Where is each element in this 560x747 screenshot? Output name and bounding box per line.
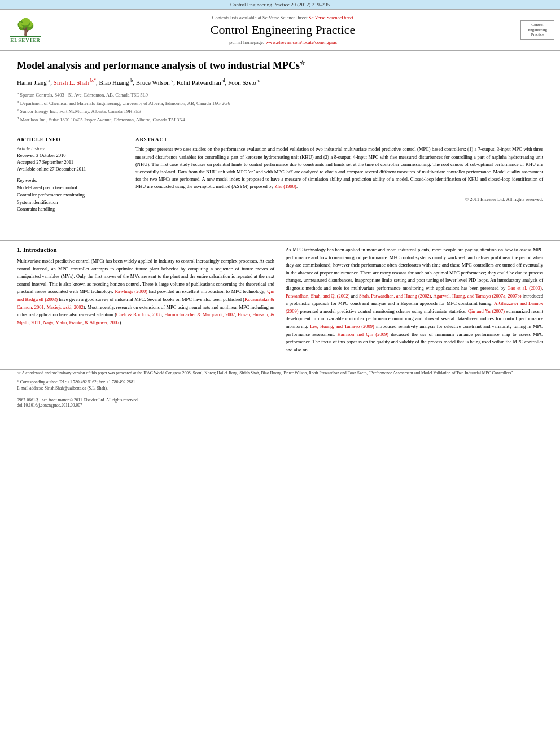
star-footnote: ☆ A condensed and preliminary version of… bbox=[17, 370, 543, 376]
zhu-1998-link[interactable]: Zhu (1998) bbox=[274, 184, 296, 189]
keyword-2: Controller performance monitoring bbox=[17, 191, 124, 199]
journal-reference-bar: Control Engineering Practice 20 (2012) 2… bbox=[0, 0, 560, 9]
qin-yu-link[interactable]: Qin and Yu (2007) bbox=[468, 308, 505, 314]
doi-text: doi:10.1016/j.conengprac.2011.09.007 bbox=[17, 403, 543, 408]
nagy-link[interactable]: Nagy, Mahn, Franke, & Allgower, 2007 bbox=[43, 320, 119, 325]
abstract-panel: ABSTRACT This paper presents two case st… bbox=[135, 132, 543, 217]
intro-paragraph-1: Multivariate model predictive control (M… bbox=[17, 257, 274, 326]
affiliation-d: d Matrikon Inc., Suite 1800 10405 Jasper… bbox=[17, 115, 543, 124]
right-column: As MPC technology has been applied in mo… bbox=[286, 246, 543, 358]
elsevier-name: ELSEVIER bbox=[10, 36, 41, 43]
article-history: Article history: Received 3 October 2010… bbox=[17, 146, 124, 173]
sciverse-link[interactable]: SciVerse ScienceDirect bbox=[309, 15, 354, 20]
received-date: Received 3 October 2010 bbox=[17, 152, 124, 159]
journal-header-center: Contents lists available at SciVerse Sci… bbox=[51, 15, 515, 45]
lee-link[interactable]: Lee, Huang, and Tamayo (2009) bbox=[310, 324, 374, 329]
shah-link[interactable]: Shah, Patwardhan, and Huang (2002) bbox=[359, 293, 431, 299]
section-1-title: 1. Introduction bbox=[17, 246, 274, 253]
agarwal-link[interactable]: Agarwal, Huang, and Tamayo (2007a, 2007b… bbox=[433, 293, 521, 299]
journal-reference-text: Control Engineering Practice 20 (2012) 2… bbox=[230, 2, 330, 7]
affiliation-a: a Spartan Controls, 8403 - 51 Ave, Edmon… bbox=[17, 90, 543, 99]
elsevier-tree-icon: 🌳 bbox=[16, 18, 36, 36]
affiliation-c: c Suncor Energy Inc., Fort McMurray, Alb… bbox=[17, 107, 543, 115]
main-body: 1. Introduction Multivariate model predi… bbox=[0, 246, 560, 364]
rawlings-link[interactable]: Rawlings (2000) bbox=[115, 289, 147, 294]
authors-line: Hailei Jiang a, Sirish L. Shah b,*, Biao… bbox=[17, 78, 543, 86]
abstract-title: ABSTRACT bbox=[135, 137, 543, 142]
keyword-4: Constraint handling bbox=[17, 206, 124, 213]
journal-homepage: journal homepage: www.elsevier.com/locat… bbox=[51, 40, 515, 45]
maciejowski-link[interactable]: Maciejowski, 2002 bbox=[46, 304, 83, 310]
abstract-text: This paper presents two case studies on … bbox=[135, 146, 543, 190]
affiliation-b: b Department of Chemical and Materials E… bbox=[17, 99, 543, 107]
author-shah-link[interactable]: Sirish L. Shah b,* bbox=[54, 79, 96, 86]
alghazzawi-link[interactable]: AlGhazzawi and Lennox (2009) bbox=[286, 300, 543, 314]
issn-text: 0967-0661/$ - see front matter © 2011 El… bbox=[17, 397, 543, 403]
article-info-panel: ARTICLE INFO Article history: Received 3… bbox=[17, 132, 124, 217]
harrison-link[interactable]: Harrison and Qin (2009) bbox=[338, 331, 388, 337]
gao-link[interactable]: Gao et al. (2003) bbox=[508, 285, 542, 291]
keyword-1: Model-based predictive control bbox=[17, 184, 124, 191]
left-column: 1. Introduction Multivariate model predi… bbox=[17, 246, 274, 358]
journal-logo-label: Control Engineering Practice bbox=[523, 23, 552, 37]
patwardhan-link[interactable]: Patwardhan, Shah, and Qi (2002) bbox=[286, 293, 349, 299]
journal-meta: Contents lists available at SciVerse Sci… bbox=[51, 15, 515, 20]
article-info-abstract: ARTICLE INFO Article history: Received 3… bbox=[17, 132, 543, 217]
affiliations: a Spartan Controls, 8403 - 51 Ave, Edmon… bbox=[17, 90, 543, 123]
homepage-link[interactable]: www.elsevier.com/locate/conengprac bbox=[265, 40, 337, 45]
cueli-link[interactable]: Cueli & Bordons, 2008 bbox=[116, 312, 161, 317]
paper-title: Model analysis and performance analysis … bbox=[17, 59, 543, 72]
keyword-3: System identification bbox=[17, 199, 124, 206]
keywords-section: Keywords: Model-based predictive control… bbox=[17, 177, 124, 213]
journal-logo-box: Control Engineering Practice bbox=[520, 20, 554, 39]
intro-paragraph-right: As MPC technology has been applied in mo… bbox=[286, 246, 543, 353]
accepted-date: Accepted 27 September 2011 bbox=[17, 159, 124, 166]
journal-header: 🌳 ELSEVIER Contents lists available at S… bbox=[0, 9, 560, 51]
article-info-title: ARTICLE INFO bbox=[17, 137, 124, 142]
available-date: Available online 27 December 2011 bbox=[17, 166, 124, 173]
harnischmacher-link[interactable]: Harnischmacher & Marquardt, 2007 bbox=[164, 312, 235, 317]
history-label: Article history: bbox=[17, 146, 124, 151]
email-footnote: E-mail address: Sirish.Shah@ualberta.ca … bbox=[17, 385, 543, 391]
keywords-label: Keywords: bbox=[17, 177, 124, 183]
elsevier-logo: 🌳 ELSEVIER bbox=[6, 18, 45, 43]
copyright-notice: © 2011 Elsevier Ltd. All rights reserved… bbox=[135, 194, 543, 202]
paper-header-area: Model analysis and performance analysis … bbox=[0, 51, 560, 234]
journal-title: Control Engineering Practice bbox=[51, 23, 515, 37]
footnote-area: ☆ A condensed and preliminary version of… bbox=[0, 369, 560, 413]
section-divider bbox=[0, 240, 560, 241]
corresponding-footnote: * Corresponding author. Tel.: +1 780 492… bbox=[17, 379, 543, 385]
